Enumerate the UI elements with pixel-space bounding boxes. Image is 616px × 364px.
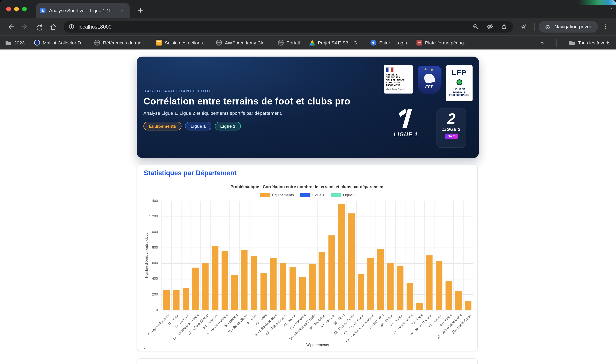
macos-close-button[interactable]	[6, 7, 11, 11]
home-button[interactable]	[46, 20, 60, 33]
page-title: Corrélation entre terrains de foot et cl…	[143, 96, 350, 107]
institution-logos: MINISTÈRE DES SPORTS, DE LA JEUNESSE ET …	[384, 65, 473, 101]
address-bar[interactable]: localhost:8000	[64, 21, 513, 32]
chart-bar	[221, 251, 228, 310]
legend-label: Ligue 1	[312, 193, 325, 197]
x-gridline	[337, 201, 337, 310]
bookmark-item[interactable]: Plate-forme pédag...	[416, 40, 468, 46]
macos-minimize-button[interactable]	[14, 7, 19, 11]
chart-bar	[455, 291, 462, 310]
zoom-icon[interactable]	[469, 20, 483, 33]
x-gridline	[473, 201, 473, 310]
incognito-icon	[544, 23, 551, 30]
x-axis-title: Départements	[161, 343, 473, 347]
chart-bar	[465, 301, 472, 310]
chart-bar	[280, 263, 286, 310]
ligue1-numeral-icon	[398, 108, 414, 129]
chart-bar	[426, 255, 432, 310]
globe-favicon	[278, 40, 284, 46]
legend-label: Ligue 2	[343, 193, 355, 197]
chart-bar	[183, 288, 189, 310]
y-gridline	[161, 310, 473, 311]
url-text[interactable]: localhost:8000	[78, 24, 111, 30]
page-content: DASHBOARD FRANCE FOOT Corrélation entre …	[0, 50, 616, 364]
x-tick-label: 6 - Alpes-Maritimes	[147, 313, 170, 336]
tab-strip: Analyse Sportive – Ligue 1 / L ×	[0, 0, 616, 18]
bookmark-star-icon[interactable]	[498, 20, 511, 33]
bookmark-item[interactable]: Portail	[278, 40, 300, 46]
folder-icon	[569, 40, 575, 46]
browser-tab[interactable]: Analyse Sportive – Ligue 1 / L ×	[36, 3, 130, 18]
bookmarks-overflow-chevron[interactable]: »	[541, 39, 544, 46]
badge-equipements: Équipements	[143, 122, 181, 130]
chart-bar	[270, 258, 277, 310]
x-gridline	[405, 201, 405, 310]
x-gridline	[181, 201, 181, 310]
chart-bar	[348, 213, 354, 310]
macos-zoom-button[interactable]	[22, 7, 27, 11]
x-gridline	[356, 201, 357, 310]
chart-bar	[241, 250, 247, 310]
new-tab-button[interactable]	[135, 5, 145, 15]
chart-bar	[173, 291, 179, 310]
x-gridline	[210, 201, 211, 310]
app-favicon	[371, 40, 376, 46]
x-gridline	[259, 201, 259, 310]
bookmark-item[interactable]: Références du mar...	[94, 40, 147, 46]
bookmark-item[interactable]: 2023	[6, 40, 25, 46]
legend-item[interactable]: Ligue 2	[331, 193, 355, 197]
forward-button[interactable]	[18, 20, 31, 33]
private-mode-badge[interactable]: Navigation privée	[539, 21, 598, 32]
y-tick-label: 1 400	[137, 199, 158, 203]
chart-bar	[358, 274, 364, 310]
fff-logo: ★ ★ FFF	[417, 65, 441, 95]
x-gridline	[269, 201, 269, 310]
chart-bar	[445, 281, 452, 310]
x-gridline	[454, 201, 454, 310]
bookmarks-bar: 2023 Maillot Collector D... Références d…	[0, 35, 616, 50]
statistics-card: Statistiques par Département Problématiq…	[137, 164, 478, 351]
chart-bar	[212, 246, 218, 310]
chart-bar	[407, 283, 413, 310]
legend-label: Équipements	[272, 193, 294, 197]
tab-close-icon[interactable]: ×	[119, 7, 126, 14]
x-gridline	[395, 201, 396, 310]
sparkle-star-icon[interactable]	[517, 20, 530, 33]
footnote-text: .	[144, 345, 145, 349]
y-tick-label: 200	[137, 292, 158, 296]
chart-legend: ÉquipementsLigue 1Ligue 2	[137, 193, 478, 197]
chart-title: Problématique : Corrélation entre nombre…	[137, 184, 478, 189]
bookmark-item[interactable]: Saisie des actions...	[156, 40, 207, 46]
x-gridline	[200, 201, 201, 310]
chart-bar	[397, 265, 403, 310]
back-button[interactable]	[4, 20, 17, 33]
legend-item[interactable]: Équipements	[260, 193, 294, 197]
rooster-icon	[423, 73, 435, 84]
all-bookmarks-button[interactable]: Tous les favoris	[569, 40, 610, 46]
ministry-logo: MINISTÈRE DES SPORTS, DE LA JEUNESSE ET …	[384, 65, 413, 93]
eye-off-icon[interactable]	[483, 20, 497, 33]
chart-bar	[319, 252, 325, 310]
bookmark-item[interactable]: Projet SAE-S3 – G...	[309, 40, 361, 46]
bookmark-item[interactable]: Ester – Login	[371, 40, 407, 46]
site-info-icon[interactable]	[68, 24, 75, 30]
hero-banner: DASHBOARD FRANCE FOOT Corrélation entre …	[137, 57, 479, 158]
menu-kebab-icon[interactable]	[599, 20, 612, 33]
bkt-sponsor-badge: BKT	[445, 134, 458, 139]
bookmark-item[interactable]: AWS Academy Clo...	[216, 40, 268, 46]
globe-favicon	[216, 40, 222, 46]
x-gridline	[230, 201, 230, 310]
next-card-partial	[137, 358, 478, 364]
legend-swatch-icon	[260, 193, 270, 197]
badge-ligue2: Ligue 2	[215, 122, 241, 130]
chart-bar	[231, 275, 238, 310]
legend-item[interactable]: Ligue 1	[300, 193, 325, 197]
bookmark-item[interactable]: Maillot Collector D...	[34, 40, 85, 46]
browser-toolbar: localhost:8000 Navigation privée	[0, 18, 616, 35]
x-gridline	[327, 201, 327, 310]
y-axis-title: Nombre d'équipements / clubs	[144, 233, 148, 278]
reload-button[interactable]	[32, 20, 46, 33]
legend-swatch-icon	[300, 193, 310, 197]
drive-favicon	[309, 40, 315, 46]
chevron-down-icon[interactable]	[608, 6, 614, 12]
